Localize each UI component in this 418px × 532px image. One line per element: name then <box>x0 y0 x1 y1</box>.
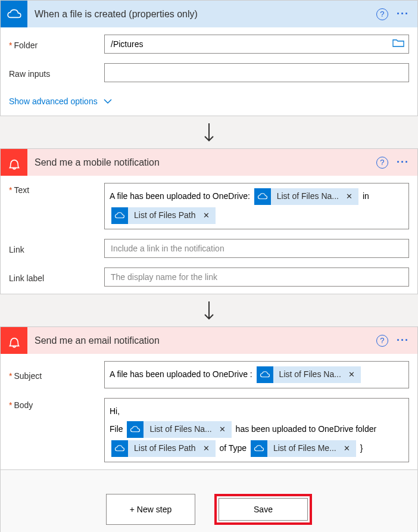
help-icon[interactable]: ? <box>376 157 388 169</box>
flow-arrow <box>0 294 418 326</box>
trigger-body: *Folder Raw inputs Show advanced options <box>1 27 417 116</box>
folder-picker-icon[interactable] <box>392 38 404 50</box>
more-menu-icon[interactable]: ··· <box>397 8 409 20</box>
bell-icon <box>1 149 27 176</box>
action-mobile-title: Send me a mobile notification <box>27 157 376 168</box>
body-label: *Body <box>9 398 104 410</box>
action-email-body: *Subject A file has been uploaded to One… <box>1 354 417 469</box>
token-remove-icon[interactable]: ✕ <box>341 440 356 456</box>
help-icon[interactable]: ? <box>376 8 388 20</box>
token-files-path[interactable]: List of Files Path ✕ <box>111 440 216 457</box>
token-remove-icon[interactable]: ✕ <box>346 366 361 382</box>
link-input[interactable] <box>104 239 409 258</box>
more-menu-icon[interactable]: ··· <box>397 156 409 169</box>
token-files-name[interactable]: List of Files Na... ✕ <box>254 188 358 205</box>
subject-input[interactable]: A file has been uploaded to OneDrive : L… <box>104 361 409 388</box>
folder-label: *Folder <box>9 38 104 50</box>
subject-label: *Subject <box>9 369 104 381</box>
body-input[interactable]: Hi, File List of Files Na... ✕ has been … <box>104 398 409 462</box>
token-remove-icon[interactable]: ✕ <box>217 421 232 437</box>
trigger-header[interactable]: When a file is created (properties only)… <box>1 1 417 27</box>
onedrive-icon <box>111 440 128 457</box>
save-button[interactable]: Save <box>219 498 308 521</box>
onedrive-icon <box>1 1 27 27</box>
folder-input[interactable] <box>104 35 409 54</box>
more-menu-icon[interactable]: ··· <box>397 334 409 347</box>
link-label: Link <box>9 242 104 254</box>
onedrive-icon <box>111 207 128 224</box>
onedrive-icon <box>254 188 271 205</box>
token-files-name[interactable]: List of Files Na... ✕ <box>257 366 361 383</box>
token-files-media[interactable]: List of Files Me... ✕ <box>251 440 356 457</box>
token-remove-icon[interactable]: ✕ <box>201 440 216 456</box>
footer-actions: + New step Save <box>0 470 418 532</box>
raw-inputs-input[interactable] <box>104 63 409 82</box>
onedrive-icon <box>127 421 144 438</box>
action-mobile-body: *Text A file has been uploaded to OneDri… <box>1 176 417 294</box>
action-mobile-header[interactable]: Send me a mobile notification ? ··· <box>1 149 417 176</box>
show-advanced-link[interactable]: Show advanced options <box>9 92 409 108</box>
flow-arrow <box>0 116 418 148</box>
trigger-card: When a file is created (properties only)… <box>0 0 418 116</box>
link-label-label: Link label <box>9 271 104 283</box>
link-label-input[interactable] <box>104 267 409 287</box>
token-files-path[interactable]: List of Files Path ✕ <box>111 207 216 224</box>
text-label: *Text <box>9 183 104 195</box>
action-email-card: Send me an email notification ? ··· *Sub… <box>0 326 418 470</box>
new-step-button[interactable]: + New step <box>106 494 195 525</box>
token-remove-icon[interactable]: ✕ <box>344 188 358 204</box>
action-email-title: Send me an email notification <box>27 335 376 346</box>
onedrive-icon <box>257 366 273 383</box>
help-icon[interactable]: ? <box>376 335 388 347</box>
chevron-down-icon <box>104 97 112 106</box>
action-email-header[interactable]: Send me an email notification ? ··· <box>1 327 417 354</box>
token-remove-icon[interactable]: ✕ <box>201 207 216 223</box>
save-highlight: Save <box>214 494 312 525</box>
bell-icon <box>1 327 27 354</box>
token-files-name[interactable]: List of Files Na... ✕ <box>127 421 231 438</box>
onedrive-icon <box>251 440 267 457</box>
text-input[interactable]: A file has been uploaded to OneDrive: Li… <box>104 183 409 229</box>
action-mobile-card: Send me a mobile notification ? ··· *Tex… <box>0 148 418 294</box>
trigger-title: When a file is created (properties only) <box>27 9 376 20</box>
raw-inputs-label: Raw inputs <box>9 67 104 79</box>
